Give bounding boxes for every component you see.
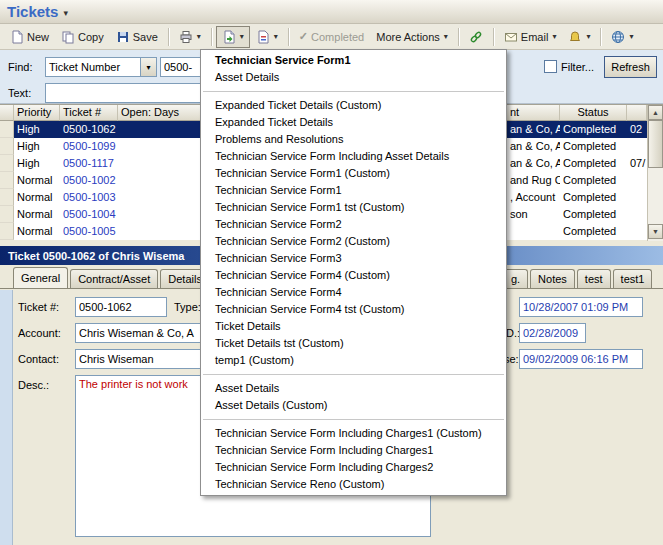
save-icon [116,30,130,44]
row-selector-cell [0,172,14,189]
menu-item[interactable]: Technician Service Form1 [201,52,506,69]
menu-item[interactable]: Technician Service Form3 [201,250,506,267]
priority-cell: High [14,138,60,155]
dropdown-arrow-icon[interactable]: ▾ [274,32,278,41]
open-days-cell [118,155,204,172]
date-cell [627,223,647,240]
menu-item-label: Technician Service Form Including Charge… [215,427,482,439]
column-header-selector[interactable] [0,105,14,121]
ticket-number-input[interactable] [75,297,167,317]
opened-date-field[interactable]: 10/28/2007 01:09 PM [519,297,643,317]
menu-item[interactable]: Ticket Details tst (Custom) [201,335,506,352]
column-header-status[interactable]: Status [560,105,627,121]
grid-vertical-scrollbar[interactable]: ▲ ▼ [647,105,663,241]
link-button[interactable] [463,26,489,48]
account-cell: , Account [507,189,560,206]
account-cell: an & Co, A [507,138,560,155]
priority-cell: Normal [14,206,60,223]
find-by-select[interactable]: Ticket Number ▾ [45,57,157,77]
new-button[interactable]: New [4,26,55,48]
menu-item-label: Technician Service Form1 [215,184,342,196]
tab-label: Details [168,273,202,285]
tab[interactable]: Notes [530,269,575,288]
column-header-account-fragment[interactable]: nt [507,105,560,121]
combo-arrow-icon[interactable]: ▾ [140,58,156,76]
menu-item[interactable]: Technician Service Reno (Custom) [201,476,506,493]
close-date-field[interactable]: 09/02/2009 06:16 PM [519,349,643,369]
print-button[interactable]: ▾ [173,26,207,48]
menu-item[interactable]: Technician Service Form2 (Custom) [201,233,506,250]
menu-item[interactable]: Ticket Details [201,318,506,335]
email-button[interactable]: Email ▾ [498,26,563,48]
menu-item[interactable]: Problems and Resolutions [201,131,506,148]
menu-item[interactable]: Asset Details (Custom) [201,397,506,414]
menu-item-label: Technician Service Form1 [215,54,351,66]
menu-item[interactable]: Technician Service Form4 tst (Custom) [201,301,506,318]
dropdown-arrow-icon[interactable]: ▾ [552,32,556,41]
open-days-cell [118,121,204,138]
menu-item[interactable]: Technician Service Form2 [201,216,506,233]
menu-item[interactable]: temp1 (Custom) [201,352,506,369]
copy-icon [61,30,75,44]
menu-item[interactable]: Technician Service Form1 (Custom) [201,165,506,182]
menu-item-label: Problems and Resolutions [215,133,343,145]
menu-item[interactable]: Asset Details [201,69,506,86]
text-label: Text: [8,87,31,99]
more-actions-button[interactable]: More Actions ▾ [370,26,454,48]
globe-icon [611,30,625,44]
menu-item[interactable]: Technician Service Form1 tst (Custom) [201,199,506,216]
dropdown-arrow-icon[interactable]: ▾ [197,32,201,41]
dropdown-arrow-icon[interactable]: ▾ [240,32,244,41]
column-header-date-fragment[interactable] [627,105,647,121]
tab[interactable]: General [13,267,68,288]
ticket-number-label: Ticket #: [18,301,59,313]
due-date-label-fragment: D.: [506,327,520,339]
forms-button[interactable]: ▾ [250,26,284,48]
scrollbar-thumb[interactable] [648,120,663,168]
tab-label: g. [511,273,520,285]
refresh-button[interactable]: Refresh [604,56,657,78]
ticket-number-cell: 0500-1117 [60,155,118,172]
tickets-menu-arrow-icon[interactable]: ▾ [63,8,68,18]
tab[interactable]: Contract/Asset [70,269,158,288]
dropdown-arrow-icon[interactable]: ▾ [444,32,448,41]
alerts-button[interactable]: ▾ [562,26,596,48]
tab[interactable]: test [577,269,611,288]
toolbar-separator [493,28,494,46]
completed-check-icon: ✓ [299,30,308,43]
menu-item-label: Ticket Details tst (Custom) [215,337,344,349]
menu-item[interactable]: Technician Service Form Including Charge… [201,442,506,459]
menu-item-label: Ticket Details [215,320,281,332]
menu-item[interactable]: Expanded Ticket Details [201,114,506,131]
reports-dropdown-menu: Technician Service Form1 Asset Details E… [200,49,507,496]
menu-item[interactable]: Expanded Ticket Details (Custom) [201,97,506,114]
menu-item[interactable]: Technician Service Form4 (Custom) [201,267,506,284]
copy-button-label: Copy [78,31,104,43]
scroll-up-icon[interactable]: ▲ [648,105,663,120]
description-label: Desc.: [18,379,49,391]
due-date-field[interactable]: 02/28/2009 [519,323,586,343]
status-cell: Completed [560,138,627,155]
menu-item[interactable]: Asset Details [201,380,506,397]
filter-checkbox[interactable] [544,60,557,73]
menu-item-label: Technician Service Form1 (Custom) [215,167,390,179]
copy-button[interactable]: Copy [55,26,110,48]
menu-item[interactable]: Technician Service Form4 [201,284,506,301]
menu-item[interactable]: Technician Service Form1 [201,182,506,199]
web-button[interactable]: ▾ [605,26,639,48]
menu-item[interactable]: Technician Service Form Including Charge… [201,425,506,442]
completed-button[interactable]: ✓ Completed [293,26,370,48]
menu-item[interactable]: Technician Service Form Including Asset … [201,148,506,165]
column-header-ticket-number[interactable]: Ticket # [60,105,118,121]
menu-item[interactable]: Technician Service Form Including Charge… [201,459,506,476]
column-header-priority[interactable]: Priority [14,105,60,121]
dropdown-arrow-icon[interactable]: ▾ [629,32,633,41]
dropdown-arrow-icon[interactable]: ▾ [586,32,590,41]
save-button[interactable]: Save [110,26,164,48]
column-header-open-days[interactable]: Open: Days [118,105,204,121]
status-cell: Completed [560,121,627,138]
tab[interactable]: test1 [613,269,653,288]
scrollbar-track[interactable] [648,120,663,224]
scroll-down-icon[interactable]: ▼ [648,224,663,239]
reports-button[interactable]: ▾ [216,26,250,48]
